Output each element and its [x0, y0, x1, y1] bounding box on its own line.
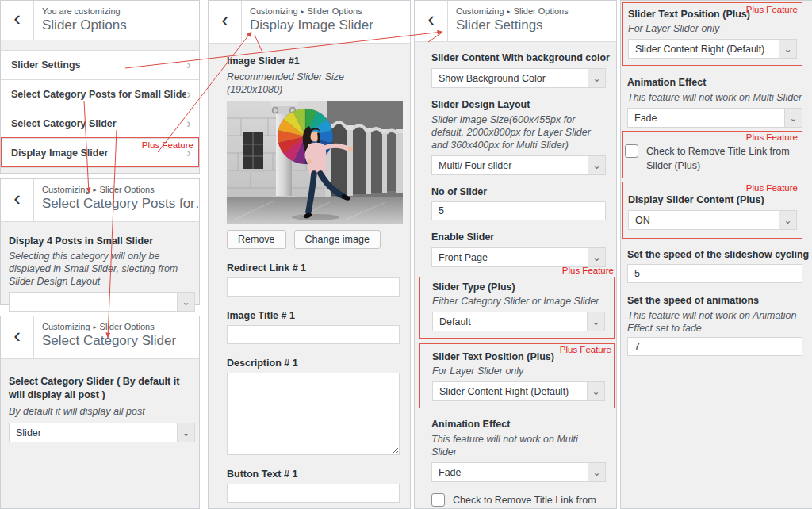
- no-of-slider-label: No of Slider: [431, 186, 606, 198]
- page-title: Slider Options: [42, 17, 127, 33]
- select-value: [10, 293, 177, 311]
- remove-title-link-control: Check to Remove Title Link from Slider (…: [625, 144, 797, 173]
- plus-feature-label: Plus Feature: [746, 132, 798, 142]
- select-value: Multi/ Four slider: [432, 156, 588, 174]
- remove-title-link-label: Check to Remove Title Link from Slider (…: [646, 144, 797, 173]
- select-caret-icon: ⌄: [588, 156, 605, 174]
- plus-feature-label: Plus Feature: [142, 140, 193, 150]
- woman-with-rainbow-umbrella-illustration: [227, 101, 403, 224]
- text-position-description: For Layer Slider only: [628, 22, 797, 35]
- menu-item-small-slider-posts[interactable]: Select Category Posts for Small Slider ›: [1, 80, 199, 109]
- remove-title-link-checkbox[interactable]: [625, 144, 638, 158]
- back-button[interactable]: ‹: [209, 1, 242, 43]
- text-position-select[interactable]: Slider Content Right (Default) ⌄: [432, 381, 605, 401]
- remove-title-link-checkbox[interactable]: [431, 493, 445, 507]
- category-slider-select[interactable]: Slider ⌄: [9, 423, 195, 442]
- cycle-speed-input[interactable]: [627, 264, 802, 283]
- breadcrumb: Customizing▸Slider Options: [456, 6, 569, 16]
- bg-color-select[interactable]: Show Background Color ⌄: [431, 68, 606, 88]
- back-button[interactable]: ‹: [1, 1, 34, 40]
- text-position-plus-group: Plus Feature Slider Text Position (Plus)…: [622, 2, 802, 66]
- text-position-select[interactable]: Slider Content Right (Default) ⌄: [628, 39, 797, 59]
- breadcrumb-separator-icon: ▸: [94, 186, 97, 193]
- animation-effect-select[interactable]: Fade ⌄: [627, 108, 802, 128]
- animation-speed-input[interactable]: [627, 337, 802, 356]
- button-text-input[interactable]: [227, 484, 400, 503]
- section-menu: Slider Settings › Select Category Posts …: [1, 50, 199, 168]
- redirect-link-input[interactable]: [227, 277, 400, 297]
- slide-size-hint: Recommended Slider Size (1920x1080): [227, 71, 400, 96]
- menu-item-label: Slider Settings: [11, 59, 186, 71]
- select-value: Default: [433, 312, 587, 331]
- animation-effect-description: This feature will not work on Multi Slid…: [431, 433, 606, 458]
- page-title: Display Image Slider: [250, 17, 373, 33]
- panel-select-category-slider: ‹ Customizing▸Slider Options Select Cate…: [0, 316, 200, 509]
- display-content-select[interactable]: ON ⌄: [628, 210, 797, 230]
- select-caret-icon: ⌄: [779, 40, 796, 58]
- animation-effect-select[interactable]: Fade ⌄: [431, 462, 606, 482]
- breadcrumb-customizing: Customizing: [42, 322, 90, 331]
- select-caret-icon: ⌄: [784, 109, 802, 127]
- no-of-slider-input[interactable]: [431, 201, 606, 220]
- plus-feature-label: Plus Feature: [746, 5, 798, 14]
- breadcrumb-separator-icon: ▸: [301, 8, 304, 15]
- animation-effect-description: This feature will not work on Multi Slid…: [627, 91, 802, 104]
- slider-type-select[interactable]: Default ⌄: [432, 312, 605, 331]
- menu-item-slider-settings[interactable]: Slider Settings ›: [1, 51, 199, 80]
- breadcrumb: Customizing▸Slider Options: [250, 6, 373, 16]
- select-value: Slider: [10, 423, 177, 442]
- panel-header: ‹ Customizing▸Slider Options Select Cate…: [1, 179, 199, 222]
- select-caret-icon: ⌄: [177, 423, 194, 442]
- small-slider-category-select[interactable]: ⌄: [9, 292, 195, 312]
- panel-header: ‹ Customizing▸Slider Options Select Cate…: [1, 316, 199, 359]
- design-layout-select[interactable]: Multi/ Four slider ⌄: [431, 155, 606, 175]
- enable-slider-select[interactable]: Front Page ⌄: [431, 247, 606, 267]
- header-text: Customizing▸Slider Options Select Catego…: [34, 316, 179, 358]
- breadcrumb-customizing: Customizing: [456, 6, 504, 16]
- select-value: Slider Content Right (Default): [433, 382, 587, 400]
- image-actions: Remove Change image: [227, 230, 400, 249]
- customizer-collage: ‹ You are customizing Slider Options Sli…: [0, 0, 812, 509]
- page-title: Select Category Posts for…: [42, 196, 196, 212]
- header-kicker: You are customizing: [42, 6, 127, 16]
- header-text: Customizing▸Slider Options Display Image…: [242, 1, 377, 43]
- page-title: Slider Settings: [456, 17, 569, 33]
- chevron-right-icon: ›: [186, 58, 191, 73]
- image-title-input[interactable]: [227, 325, 400, 344]
- enable-slider-label: Enable Slider: [431, 231, 606, 243]
- back-button[interactable]: ‹: [1, 179, 34, 221]
- select-caret-icon: ⌄: [588, 69, 605, 87]
- remove-image-button[interactable]: Remove: [227, 230, 286, 249]
- image-title-label: Image Title # 1: [227, 309, 400, 322]
- slider-type-label: Slider Type (Plus): [432, 281, 605, 293]
- menu-item-label: Select Category Posts for Small Slider: [11, 89, 186, 100]
- plus-feature-label: Plus Feature: [562, 266, 614, 275]
- select-caret-icon: ⌄: [588, 248, 605, 266]
- bg-color-label: Slider Content With background color: [431, 52, 606, 64]
- breadcrumb: Customizing▸Slider Options: [42, 185, 196, 194]
- chevron-right-icon: ›: [186, 117, 191, 132]
- change-image-button[interactable]: Change image: [294, 230, 381, 249]
- select-value: Fade: [432, 463, 588, 481]
- remove-title-link-plus-group: Plus Feature Check to Remove Title Link …: [622, 131, 802, 178]
- breadcrumb-panel: Slider Options: [514, 6, 569, 16]
- panel-header: ‹ You are customizing Slider Options: [1, 1, 199, 40]
- animation-effect-label: Animation Effect: [627, 76, 802, 89]
- back-button[interactable]: ‹: [415, 1, 448, 41]
- menu-item-label: Select Category Slider: [11, 118, 186, 129]
- panel-body: Select Category Slider ( By default it w…: [1, 375, 199, 442]
- breadcrumb: Customizing▸Slider Options: [42, 322, 176, 331]
- back-icon: ‹: [221, 10, 228, 30]
- breadcrumb-separator-icon: ▸: [94, 323, 97, 331]
- back-button[interactable]: ‹: [1, 316, 34, 358]
- panel-slider-options: ‹ You are customizing Slider Options Sli…: [0, 0, 200, 174]
- select-caret-icon: ⌄: [779, 211, 796, 229]
- panel-slider-settings-detail: ‹ Customizing▸Slider Options Slider Sett…: [414, 0, 617, 509]
- description-textarea[interactable]: [227, 373, 400, 455]
- menu-item-select-category-slider[interactable]: Select Category Slider ›: [1, 109, 199, 139]
- panel-header: ‹ Customizing▸Slider Options Display Ima…: [209, 1, 410, 44]
- panel-display-image-slider: ‹ Customizing▸Slider Options Display Ima…: [208, 0, 411, 509]
- header-text: Customizing▸Slider Options Slider Settin…: [448, 1, 572, 41]
- breadcrumb-panel: Slider Options: [308, 6, 362, 16]
- display-content-plus-group: Plus Feature Display Slider Content (Plu…: [622, 182, 802, 239]
